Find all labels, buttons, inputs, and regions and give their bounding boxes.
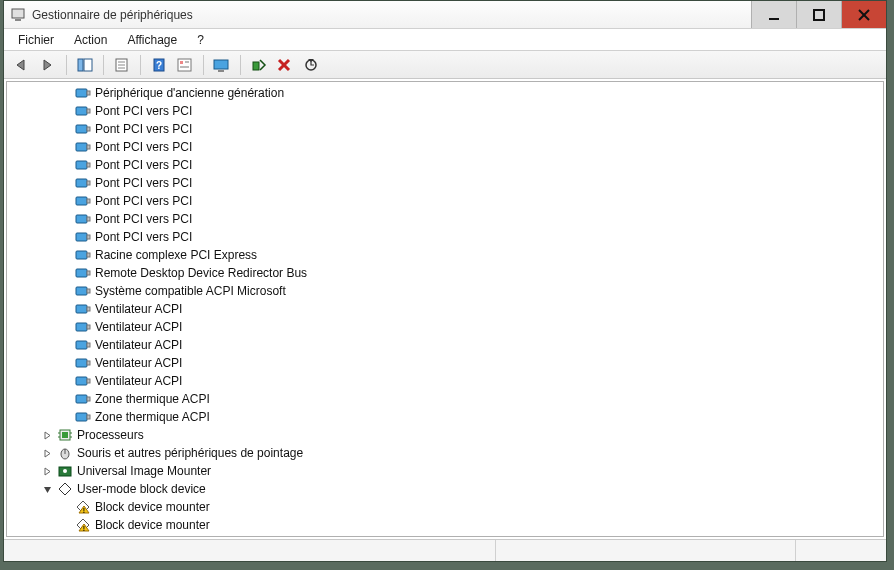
device-blue-icon <box>75 337 91 353</box>
tree-node[interactable]: User-mode block device <box>7 480 883 498</box>
minimize-button[interactable] <box>751 1 796 28</box>
tree-node-label: Racine complexe PCI Express <box>95 248 257 262</box>
show-hidden-button[interactable] <box>173 54 197 76</box>
svg-rect-0 <box>12 9 24 18</box>
menu-affichage[interactable]: Affichage <box>119 31 185 49</box>
close-button[interactable] <box>841 1 886 28</box>
warn-device-icon: ! <box>75 517 91 533</box>
tree-node-label: Système compatible ACPI Microsoft <box>95 284 286 298</box>
status-cell <box>496 540 796 561</box>
tree-node[interactable]: Ventilateur ACPI <box>7 300 883 318</box>
device-blue-icon <box>75 229 91 245</box>
svg-rect-63 <box>62 432 68 438</box>
svg-rect-20 <box>253 62 259 70</box>
tree-node[interactable]: Pont PCI vers PCI <box>7 102 883 120</box>
help-button[interactable]: ? <box>147 54 171 76</box>
tree-node[interactable]: Pont PCI vers PCI <box>7 210 883 228</box>
svg-rect-51 <box>87 325 90 329</box>
update-driver-button[interactable] <box>210 54 234 76</box>
svg-rect-34 <box>76 179 87 187</box>
expand-icon[interactable] <box>43 449 57 458</box>
svg-rect-49 <box>87 307 90 311</box>
tree-node[interactable]: !Block device mounter <box>7 516 883 534</box>
expand-icon[interactable] <box>43 467 57 476</box>
svg-rect-29 <box>87 127 90 131</box>
tree-node[interactable]: !Block device mounter <box>7 498 883 516</box>
menu-action[interactable]: Action <box>66 31 115 49</box>
tree-node[interactable]: Pont PCI vers PCI <box>7 138 883 156</box>
titlebar[interactable]: Gestionnaire de périphériques <box>4 1 886 29</box>
tree-node[interactable]: Pont PCI vers PCI <box>7 120 883 138</box>
properties-button[interactable] <box>110 54 134 76</box>
tree-node-label: Block device mounter <box>95 500 210 514</box>
device-manager-window: Gestionnaire de périphériques Fichier Ac… <box>3 0 887 562</box>
device-blue-icon <box>75 409 91 425</box>
svg-rect-52 <box>76 341 87 349</box>
show-console-tree-button[interactable] <box>73 54 97 76</box>
tree-node[interactable]: Pont PCI vers PCI <box>7 228 883 246</box>
tree-node[interactable]: Processeurs <box>7 426 883 444</box>
tree-node[interactable]: Ventilateur ACPI <box>7 354 883 372</box>
tree-node-label: Universal Image Mounter <box>77 464 211 478</box>
tree-node-label: Ventilateur ACPI <box>95 302 182 316</box>
mouse-icon <box>57 445 73 461</box>
status-cell <box>796 540 886 561</box>
collapse-icon[interactable] <box>43 485 57 494</box>
device-blue-icon <box>75 85 91 101</box>
tree-node-label: Pont PCI vers PCI <box>95 230 192 244</box>
svg-rect-27 <box>87 109 90 113</box>
svg-rect-53 <box>87 343 90 347</box>
tree-node[interactable]: Remote Desktop Device Redirector Bus <box>7 264 883 282</box>
svg-rect-18 <box>214 60 228 69</box>
tree-node[interactable]: Souris et autres périphériques de pointa… <box>7 444 883 462</box>
tree-node[interactable]: Ventilateur ACPI <box>7 318 883 336</box>
tree-node[interactable]: Pont PCI vers PCI <box>7 174 883 192</box>
window-controls <box>751 1 886 28</box>
menu-help[interactable]: ? <box>189 31 212 49</box>
uninstall-device-button[interactable] <box>273 54 297 76</box>
tree-node[interactable]: Ventilateur ACPI <box>7 372 883 390</box>
svg-text:!: ! <box>83 525 85 532</box>
toolbar-separator <box>140 55 141 75</box>
tree-node[interactable]: Zone thermique ACPI <box>7 408 883 426</box>
tree-node[interactable]: Pont PCI vers PCI <box>7 156 883 174</box>
svg-rect-58 <box>76 395 87 403</box>
svg-rect-35 <box>87 181 90 185</box>
svg-rect-43 <box>87 253 90 257</box>
device-blue-icon <box>75 265 91 281</box>
svg-rect-59 <box>87 397 90 401</box>
toolbar-separator <box>240 55 241 75</box>
svg-rect-40 <box>76 233 87 241</box>
svg-rect-39 <box>87 217 90 221</box>
svg-rect-7 <box>84 59 92 71</box>
tree-node[interactable]: Pont PCI vers PCI <box>7 192 883 210</box>
menu-fichier[interactable]: Fichier <box>10 31 62 49</box>
tree-node[interactable]: Zone thermique ACPI <box>7 390 883 408</box>
device-blue-icon <box>75 139 91 155</box>
svg-rect-6 <box>78 59 83 71</box>
tree-node-label: Zone thermique ACPI <box>95 392 210 406</box>
toolbar-separator <box>203 55 204 75</box>
maximize-button[interactable] <box>796 1 841 28</box>
device-tree[interactable]: Périphérique d'ancienne générationPont P… <box>7 82 883 536</box>
device-blue-icon <box>75 103 91 119</box>
tree-node-label: Ventilateur ACPI <box>95 374 182 388</box>
expand-icon[interactable] <box>43 431 57 440</box>
device-blue-icon <box>75 373 91 389</box>
tree-node[interactable]: Racine complexe PCI Express <box>7 246 883 264</box>
forward-button[interactable] <box>36 54 60 76</box>
enable-device-button[interactable] <box>247 54 271 76</box>
tree-node-label: Ventilateur ACPI <box>95 320 182 334</box>
tree-node[interactable]: Universal Image Mounter <box>7 462 883 480</box>
svg-rect-31 <box>87 145 90 149</box>
svg-rect-1 <box>15 19 21 21</box>
tree-node-label: Pont PCI vers PCI <box>95 176 192 190</box>
back-button[interactable] <box>10 54 34 76</box>
tree-node[interactable]: Périphérique d'ancienne génération <box>7 84 883 102</box>
tree-node[interactable]: Système compatible ACPI Microsoft <box>7 282 883 300</box>
device-blue-icon <box>75 175 91 191</box>
svg-rect-19 <box>218 70 224 72</box>
tree-node[interactable]: Ventilateur ACPI <box>7 336 883 354</box>
svg-rect-45 <box>87 271 90 275</box>
scan-hardware-button[interactable] <box>299 54 323 76</box>
